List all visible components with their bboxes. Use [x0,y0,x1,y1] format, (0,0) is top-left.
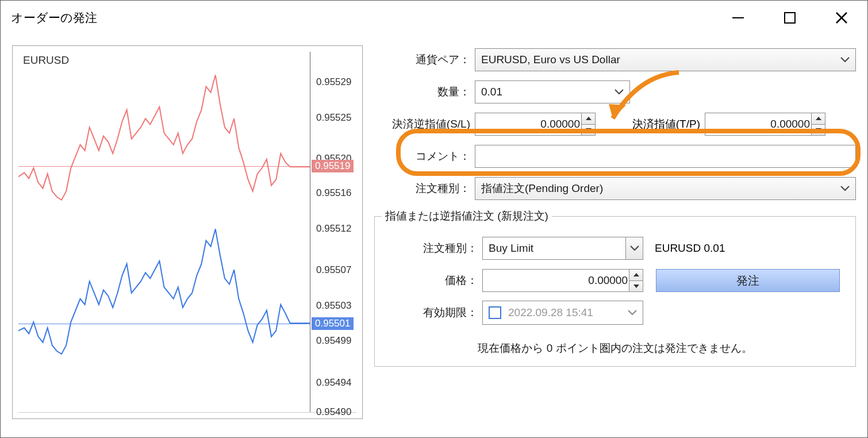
expiry-checkbox[interactable] [489,306,501,319]
pending-legend: 指値または逆指値注文 (新規注文) [382,209,552,224]
chevron-down-icon [628,310,637,316]
chevron-down-icon [840,57,850,63]
ytick: 0.95529 [316,76,351,88]
order-window: オーダーの発注 EURUSD [0,0,868,438]
ytick: 0.95516 [316,187,351,199]
maximize-button[interactable] [764,1,816,34]
submit-label: 発注 [736,273,759,289]
chart-panel: EURUSD 0.95529 0.95525 0.95520 0.95519 0 [12,45,363,419]
pending-price-value: 0.00000 [588,274,628,287]
pair-select-value: EURUSD, Euro vs US Dollar [481,53,620,66]
svg-marker-4 [586,117,592,120]
ordertype-select[interactable]: 指値注文(Pending Order) [475,177,856,200]
spin-down-icon[interactable] [812,125,825,136]
svg-marker-8 [633,273,639,276]
tp-value: 0.00000 [770,118,810,130]
volume-combo[interactable]: 0.01 [475,80,630,103]
svg-marker-5 [586,128,592,132]
sl-value: 0.00000 [540,118,580,130]
chevron-down-icon [840,186,850,191]
ytick: 0.95503 [316,300,351,312]
pending-type-value: Buy Limit [489,242,533,255]
spinner-buttons[interactable] [629,270,643,291]
pending-type-label: 注文種別： [382,241,482,256]
svg-marker-9 [633,285,639,288]
pair-select[interactable]: EURUSD, Euro vs US Dollar [475,48,856,71]
chevron-down-icon [614,89,624,95]
minimize-button[interactable] [712,1,764,34]
order-restriction-note: 現在価格から 0 ポイント圏内の注文は発注できません。 [382,341,848,356]
bid-series-line [18,52,310,412]
ytick: 0.95494 [316,377,351,389]
chart-plot: EURUSD [18,52,310,412]
pending-type-select[interactable]: Buy Limit [482,237,643,260]
pending-price-spinner[interactable]: 0.00000 [482,269,643,292]
ytick: 0.95499 [316,335,351,347]
window-title: オーダーの発注 [11,10,97,26]
spin-up-icon[interactable] [629,270,643,281]
spinner-buttons[interactable] [811,113,825,135]
expiry-picker[interactable]: 2022.09.28 15:41 [482,301,643,325]
expiry-label: 有効期限： [382,305,482,320]
titlebar: オーダーの発注 [1,1,867,35]
ask-price-tag: 0.95519 [312,160,354,172]
chevron-down-icon [625,237,643,259]
content: EURUSD 0.95529 0.95525 0.95520 0.95519 0 [1,35,867,431]
spin-up-icon[interactable] [582,113,595,125]
spin-up-icon[interactable] [812,113,825,125]
svg-rect-1 [785,13,795,23]
pending-price-label: 価格： [382,273,482,288]
ytick: 0.95525 [316,112,351,124]
tp-label: 決済指値(T/P) [630,117,705,132]
sl-spinner[interactable]: 0.00000 [475,113,596,136]
ordertype-label: 注文種別： [374,181,475,196]
spin-down-icon[interactable] [582,125,595,136]
ytick: 0.95512 [316,223,351,235]
svg-marker-6 [816,117,821,120]
chart-y-axis: 0.95529 0.95525 0.95520 0.95519 0.95516 … [310,52,356,412]
sl-label: 決済逆指値(S/L) [374,117,475,132]
pending-symbol-lot: EURUSD 0.01 [655,242,725,255]
expiry-value: 2022.09.28 15:41 [508,306,593,319]
ytick: 0.95507 [316,264,351,276]
spinner-buttons[interactable] [581,113,595,135]
pending-order-group: 指値または逆指値注文 (新規注文) 注文種別： Buy Limit EURUSD… [374,209,856,367]
window-controls [712,1,867,34]
close-button[interactable] [816,1,867,34]
pair-label: 通貨ペア： [374,52,475,67]
bid-price-tag: 0.95501 [312,317,354,330]
volume-value: 0.01 [481,86,502,98]
spin-down-icon[interactable] [629,281,643,292]
svg-marker-7 [816,128,821,132]
ytick: 0.95490 [316,406,351,418]
volume-label: 数量： [374,84,475,99]
tp-spinner[interactable]: 0.00000 [705,113,825,136]
ordertype-value: 指値注文(Pending Order) [481,181,603,196]
submit-order-button[interactable]: 発注 [656,269,840,292]
comment-label: コメント： [374,149,475,164]
comment-input[interactable] [475,145,856,168]
order-form: 通貨ペア： EURUSD, Euro vs US Dollar 数量： 0.01… [374,45,856,419]
